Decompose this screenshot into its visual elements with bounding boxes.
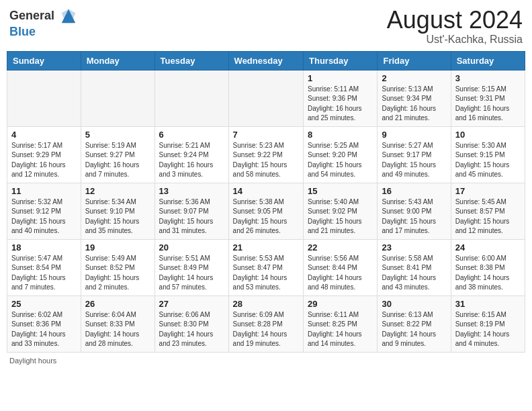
day-info: Sunrise: 6:13 AM Sunset: 8:22 PM Dayligh… [382, 310, 446, 349]
calendar-cell: 1Sunrise: 5:11 AM Sunset: 9:36 PM Daylig… [304, 70, 378, 126]
calendar-week-row: 18Sunrise: 5:47 AM Sunset: 8:54 PM Dayli… [7, 239, 525, 295]
calendar-week-row: 4Sunrise: 5:17 AM Sunset: 9:29 PM Daylig… [7, 126, 525, 183]
calendar-cell: 21Sunrise: 5:53 AM Sunset: 8:47 PM Dayli… [228, 239, 303, 295]
day-info: Sunrise: 5:13 AM Sunset: 9:34 PM Dayligh… [382, 85, 446, 124]
day-info: Sunrise: 5:51 AM Sunset: 8:49 PM Dayligh… [159, 254, 224, 293]
day-info: Sunrise: 5:47 AM Sunset: 8:54 PM Dayligh… [11, 254, 77, 293]
calendar-cell: 2Sunrise: 5:13 AM Sunset: 9:34 PM Daylig… [378, 70, 451, 126]
day-number: 25 [11, 299, 77, 309]
day-info: Sunrise: 5:27 AM Sunset: 9:17 PM Dayligh… [382, 141, 446, 180]
day-number: 5 [85, 130, 150, 140]
calendar-cell: 20Sunrise: 5:51 AM Sunset: 8:49 PM Dayli… [154, 239, 228, 295]
day-number: 19 [85, 242, 150, 253]
day-number: 29 [308, 299, 373, 309]
calendar-day-header: Monday [81, 51, 154, 70]
calendar-day-header: Sunday [7, 51, 81, 70]
day-number: 8 [308, 130, 373, 140]
calendar-cell: 17Sunrise: 5:45 AM Sunset: 8:57 PM Dayli… [451, 183, 525, 239]
day-info: Sunrise: 5:38 AM Sunset: 9:05 PM Dayligh… [233, 197, 299, 236]
calendar-cell: 23Sunrise: 5:58 AM Sunset: 8:41 PM Dayli… [378, 239, 451, 295]
day-info: Sunrise: 5:43 AM Sunset: 9:00 PM Dayligh… [382, 197, 446, 236]
day-number: 4 [11, 130, 77, 140]
page-header: General Blue August 2024 Ust'-Kachka, Ru… [7, 7, 525, 46]
calendar-cell: 29Sunrise: 6:11 AM Sunset: 8:25 PM Dayli… [304, 295, 378, 352]
day-number: 18 [11, 242, 77, 253]
logo-blue: Blue [9, 25, 36, 38]
calendar-cell: 3Sunrise: 5:15 AM Sunset: 9:31 PM Daylig… [451, 70, 525, 126]
calendar-day-header: Tuesday [154, 51, 228, 70]
day-info: Sunrise: 5:36 AM Sunset: 9:07 PM Dayligh… [159, 197, 224, 236]
calendar-week-row: 11Sunrise: 5:32 AM Sunset: 9:12 PM Dayli… [7, 183, 525, 239]
calendar-cell: 5Sunrise: 5:19 AM Sunset: 9:27 PM Daylig… [81, 126, 154, 183]
day-number: 28 [233, 299, 299, 309]
calendar-cell: 26Sunrise: 6:04 AM Sunset: 8:33 PM Dayli… [81, 295, 154, 352]
day-info: Sunrise: 5:53 AM Sunset: 8:47 PM Dayligh… [233, 254, 299, 293]
calendar-cell: 24Sunrise: 6:00 AM Sunset: 8:38 PM Dayli… [451, 239, 525, 295]
location: Ust'-Kachka, Russia [387, 34, 523, 46]
day-info: Sunrise: 5:23 AM Sunset: 9:22 PM Dayligh… [233, 141, 299, 180]
day-info: Sunrise: 5:45 AM Sunset: 8:57 PM Dayligh… [455, 197, 521, 236]
day-number: 20 [159, 242, 224, 253]
calendar-cell: 10Sunrise: 5:30 AM Sunset: 9:15 PM Dayli… [451, 126, 525, 183]
day-info: Sunrise: 5:15 AM Sunset: 9:31 PM Dayligh… [455, 85, 521, 124]
calendar-week-row: 25Sunrise: 6:02 AM Sunset: 8:36 PM Dayli… [7, 295, 525, 352]
day-info: Sunrise: 5:25 AM Sunset: 9:20 PM Dayligh… [308, 141, 373, 180]
day-number: 27 [159, 299, 224, 309]
calendar-cell [228, 70, 303, 126]
calendar-day-header: Thursday [304, 51, 378, 70]
day-number: 13 [159, 186, 224, 196]
day-number: 30 [382, 299, 446, 309]
day-info: Sunrise: 5:34 AM Sunset: 9:10 PM Dayligh… [85, 197, 150, 236]
day-info: Sunrise: 5:49 AM Sunset: 8:52 PM Dayligh… [85, 254, 150, 293]
calendar-cell: 15Sunrise: 5:40 AM Sunset: 9:02 PM Dayli… [304, 183, 378, 239]
calendar-cell: 7Sunrise: 5:23 AM Sunset: 9:22 PM Daylig… [228, 126, 303, 183]
calendar-cell: 27Sunrise: 6:06 AM Sunset: 8:30 PM Dayli… [154, 295, 228, 352]
day-info: Sunrise: 6:15 AM Sunset: 8:19 PM Dayligh… [455, 310, 521, 349]
footer-label: Daylight hours [9, 357, 56, 365]
title-block: August 2024 Ust'-Kachka, Russia [387, 7, 523, 46]
day-number: 11 [11, 186, 77, 196]
day-number: 9 [382, 130, 446, 140]
calendar-cell: 11Sunrise: 5:32 AM Sunset: 9:12 PM Dayli… [7, 183, 81, 239]
day-number: 3 [455, 73, 521, 83]
footer: Daylight hours [7, 357, 525, 365]
calendar-day-header: Friday [378, 51, 451, 70]
calendar-cell: 4Sunrise: 5:17 AM Sunset: 9:29 PM Daylig… [7, 126, 81, 183]
calendar-cell: 8Sunrise: 5:25 AM Sunset: 9:20 PM Daylig… [304, 126, 378, 183]
calendar-cell: 30Sunrise: 6:13 AM Sunset: 8:22 PM Dayli… [378, 295, 451, 352]
day-number: 2 [382, 73, 446, 83]
day-number: 16 [382, 186, 446, 196]
day-number: 22 [308, 242, 373, 253]
day-info: Sunrise: 6:06 AM Sunset: 8:30 PM Dayligh… [159, 310, 224, 349]
day-info: Sunrise: 6:11 AM Sunset: 8:25 PM Dayligh… [308, 310, 373, 349]
calendar-header-row: SundayMondayTuesdayWednesdayThursdayFrid… [7, 51, 525, 70]
day-info: Sunrise: 5:58 AM Sunset: 8:41 PM Dayligh… [382, 254, 446, 293]
calendar-cell: 16Sunrise: 5:43 AM Sunset: 9:00 PM Dayli… [378, 183, 451, 239]
day-number: 31 [455, 299, 521, 309]
day-info: Sunrise: 5:17 AM Sunset: 9:29 PM Dayligh… [11, 141, 77, 180]
logo: General Blue [9, 7, 78, 39]
calendar-day-header: Saturday [451, 51, 525, 70]
month-year: August 2024 [387, 7, 523, 34]
calendar-week-row: 1Sunrise: 5:11 AM Sunset: 9:36 PM Daylig… [7, 70, 525, 126]
day-info: Sunrise: 5:30 AM Sunset: 9:15 PM Dayligh… [455, 141, 521, 180]
day-number: 6 [159, 130, 224, 140]
calendar-cell: 18Sunrise: 5:47 AM Sunset: 8:54 PM Dayli… [7, 239, 81, 295]
logo-general: General [9, 9, 54, 22]
day-number: 26 [85, 299, 150, 309]
calendar-cell: 25Sunrise: 6:02 AM Sunset: 8:36 PM Dayli… [7, 295, 81, 352]
calendar-cell [81, 70, 154, 126]
calendar-day-header: Wednesday [228, 51, 303, 70]
day-info: Sunrise: 5:56 AM Sunset: 8:44 PM Dayligh… [308, 254, 373, 293]
calendar-cell: 6Sunrise: 5:21 AM Sunset: 9:24 PM Daylig… [154, 126, 228, 183]
day-info: Sunrise: 5:32 AM Sunset: 9:12 PM Dayligh… [11, 197, 77, 236]
day-info: Sunrise: 6:00 AM Sunset: 8:38 PM Dayligh… [455, 254, 521, 293]
day-info: Sunrise: 5:19 AM Sunset: 9:27 PM Dayligh… [85, 141, 150, 180]
calendar-table: SundayMondayTuesdayWednesdayThursdayFrid… [7, 51, 525, 353]
day-info: Sunrise: 6:09 AM Sunset: 8:28 PM Dayligh… [233, 310, 299, 349]
calendar-cell [7, 70, 81, 126]
day-number: 24 [455, 242, 521, 253]
day-number: 17 [455, 186, 521, 196]
day-number: 15 [308, 186, 373, 196]
day-number: 1 [308, 73, 373, 83]
